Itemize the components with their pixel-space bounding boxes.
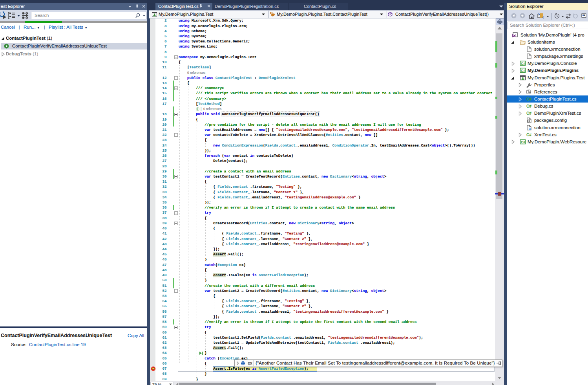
- svg-text:C#: C#: [521, 62, 525, 66]
- svg-text:C#: C#: [521, 69, 525, 73]
- svg-text:C#: C#: [526, 97, 531, 101]
- svg-text:C#: C#: [526, 133, 531, 137]
- svg-text:C#: C#: [521, 140, 525, 144]
- svg-text:C#: C#: [526, 111, 531, 116]
- svg-text:C#: C#: [526, 104, 531, 108]
